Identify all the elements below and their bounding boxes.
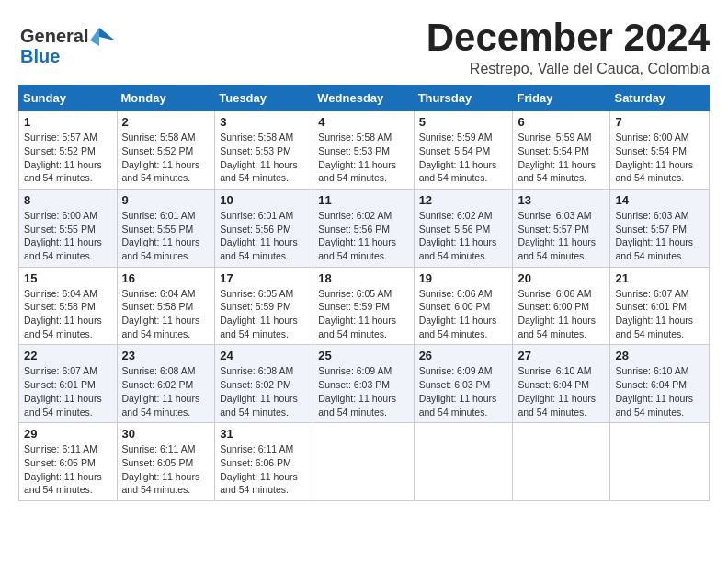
day-info-16: Sunrise: 6:04 AM Sunset: 5:58 PM Dayligh… bbox=[122, 287, 210, 341]
week-row-1: 1Sunrise: 5:57 AM Sunset: 5:52 PM Daylig… bbox=[19, 111, 710, 190]
day-number-6: 6 bbox=[518, 115, 605, 129]
day-number-12: 12 bbox=[419, 193, 508, 207]
cell-0-1: 2Sunrise: 5:58 AM Sunset: 5:52 PM Daylig… bbox=[117, 111, 215, 190]
day-number-22: 22 bbox=[24, 349, 112, 362]
day-number-28: 28 bbox=[615, 349, 704, 362]
day-number-8: 8 bbox=[24, 193, 112, 207]
page: General Blue December 2024 Restrepo, Val… bbox=[0, 0, 728, 511]
day-info-25: Sunrise: 6:09 AM Sunset: 6:03 PM Dayligh… bbox=[318, 364, 408, 419]
col-saturday: Saturday bbox=[610, 86, 710, 111]
cell-4-2: 31Sunrise: 6:11 AM Sunset: 6:06 PM Dayli… bbox=[215, 423, 313, 501]
day-number-21: 21 bbox=[615, 271, 704, 285]
month-title: December 2024 bbox=[427, 17, 710, 59]
header: General Blue December 2024 Restrepo, Val… bbox=[18, 17, 710, 77]
day-info-29: Sunrise: 6:11 AM Sunset: 6:05 PM Dayligh… bbox=[24, 442, 112, 497]
col-tuesday: Tuesday bbox=[215, 86, 313, 111]
day-info-3: Sunrise: 5:58 AM Sunset: 5:53 PM Dayligh… bbox=[220, 131, 308, 185]
cell-0-4: 5Sunrise: 5:59 AM Sunset: 5:54 PM Daylig… bbox=[414, 111, 513, 190]
cell-2-0: 15Sunrise: 6:04 AM Sunset: 5:58 PM Dayli… bbox=[19, 267, 118, 345]
calendar-header: Sunday Monday Tuesday Wednesday Thursday… bbox=[19, 86, 710, 111]
cell-1-2: 10Sunrise: 6:01 AM Sunset: 5:56 PM Dayli… bbox=[215, 189, 313, 267]
day-info-7: Sunrise: 6:00 AM Sunset: 5:54 PM Dayligh… bbox=[615, 131, 704, 185]
cell-0-2: 3Sunrise: 5:58 AM Sunset: 5:53 PM Daylig… bbox=[215, 111, 313, 190]
week-row-4: 22Sunrise: 6:07 AM Sunset: 6:01 PM Dayli… bbox=[19, 345, 710, 423]
cell-2-3: 18Sunrise: 6:05 AM Sunset: 5:59 PM Dayli… bbox=[313, 267, 414, 345]
day-info-1: Sunrise: 5:57 AM Sunset: 5:52 PM Dayligh… bbox=[24, 131, 112, 185]
day-info-24: Sunrise: 6:08 AM Sunset: 6:02 PM Dayligh… bbox=[220, 364, 308, 419]
day-info-8: Sunrise: 6:00 AM Sunset: 5:55 PM Dayligh… bbox=[24, 209, 112, 263]
day-number-4: 4 bbox=[318, 115, 408, 129]
day-info-10: Sunrise: 6:01 AM Sunset: 5:56 PM Dayligh… bbox=[220, 209, 308, 263]
day-info-26: Sunrise: 6:09 AM Sunset: 6:03 PM Dayligh… bbox=[419, 364, 508, 419]
cell-0-6: 7Sunrise: 6:00 AM Sunset: 5:54 PM Daylig… bbox=[610, 111, 710, 190]
cell-3-1: 23Sunrise: 6:08 AM Sunset: 6:02 PM Dayli… bbox=[117, 345, 215, 423]
cell-1-4: 12Sunrise: 6:02 AM Sunset: 5:56 PM Dayli… bbox=[414, 189, 513, 267]
day-info-21: Sunrise: 6:07 AM Sunset: 6:01 PM Dayligh… bbox=[615, 287, 704, 341]
header-row: Sunday Monday Tuesday Wednesday Thursday… bbox=[19, 86, 710, 111]
day-number-7: 7 bbox=[615, 115, 704, 129]
day-number-27: 27 bbox=[518, 349, 605, 362]
day-number-10: 10 bbox=[220, 193, 308, 207]
cell-1-5: 13Sunrise: 6:03 AM Sunset: 5:57 PM Dayli… bbox=[513, 189, 610, 267]
cell-0-5: 6Sunrise: 5:59 AM Sunset: 5:54 PM Daylig… bbox=[513, 111, 610, 190]
col-friday: Friday bbox=[513, 86, 610, 111]
day-number-2: 2 bbox=[122, 115, 210, 129]
cell-0-0: 1Sunrise: 5:57 AM Sunset: 5:52 PM Daylig… bbox=[19, 111, 118, 190]
cell-1-0: 8Sunrise: 6:00 AM Sunset: 5:55 PM Daylig… bbox=[19, 189, 118, 267]
cell-2-1: 16Sunrise: 6:04 AM Sunset: 5:58 PM Dayli… bbox=[117, 267, 215, 345]
day-info-18: Sunrise: 6:05 AM Sunset: 5:59 PM Dayligh… bbox=[318, 287, 408, 341]
day-info-30: Sunrise: 6:11 AM Sunset: 6:05 PM Dayligh… bbox=[122, 442, 210, 497]
day-info-19: Sunrise: 6:06 AM Sunset: 6:00 PM Dayligh… bbox=[419, 287, 508, 341]
col-monday: Monday bbox=[117, 86, 215, 111]
day-info-6: Sunrise: 5:59 AM Sunset: 5:54 PM Dayligh… bbox=[518, 131, 605, 185]
day-number-25: 25 bbox=[318, 349, 408, 362]
day-number-5: 5 bbox=[419, 115, 508, 129]
day-info-17: Sunrise: 6:05 AM Sunset: 5:59 PM Dayligh… bbox=[220, 287, 308, 341]
calendar-body: 1Sunrise: 5:57 AM Sunset: 5:52 PM Daylig… bbox=[19, 111, 710, 501]
day-info-23: Sunrise: 6:08 AM Sunset: 6:02 PM Dayligh… bbox=[122, 364, 210, 419]
day-number-29: 29 bbox=[24, 427, 112, 441]
cell-2-5: 20Sunrise: 6:06 AM Sunset: 6:00 PM Dayli… bbox=[513, 267, 610, 345]
col-sunday: Sunday bbox=[19, 86, 118, 111]
cell-0-3: 4Sunrise: 5:58 AM Sunset: 5:53 PM Daylig… bbox=[313, 111, 414, 190]
cell-2-4: 19Sunrise: 6:06 AM Sunset: 6:00 PM Dayli… bbox=[414, 267, 513, 345]
logo: General Blue bbox=[18, 20, 115, 72]
cell-1-1: 9Sunrise: 6:01 AM Sunset: 5:55 PM Daylig… bbox=[117, 189, 215, 267]
cell-2-6: 21Sunrise: 6:07 AM Sunset: 6:01 PM Dayli… bbox=[610, 267, 710, 345]
cell-4-0: 29Sunrise: 6:11 AM Sunset: 6:05 PM Dayli… bbox=[19, 423, 118, 501]
day-number-31: 31 bbox=[220, 427, 308, 441]
cell-1-6: 14Sunrise: 6:03 AM Sunset: 5:57 PM Dayli… bbox=[610, 189, 710, 267]
day-info-31: Sunrise: 6:11 AM Sunset: 6:06 PM Dayligh… bbox=[220, 442, 308, 497]
svg-text:Blue: Blue bbox=[20, 46, 60, 66]
day-number-30: 30 bbox=[122, 427, 210, 441]
svg-marker-3 bbox=[90, 28, 99, 46]
day-info-12: Sunrise: 6:02 AM Sunset: 5:56 PM Dayligh… bbox=[419, 209, 508, 263]
day-number-20: 20 bbox=[518, 271, 605, 285]
cell-3-5: 27Sunrise: 6:10 AM Sunset: 6:04 PM Dayli… bbox=[513, 345, 610, 423]
location: Restrepo, Valle del Cauca, Colombia bbox=[427, 61, 710, 77]
day-number-23: 23 bbox=[122, 349, 210, 362]
cell-2-2: 17Sunrise: 6:05 AM Sunset: 5:59 PM Dayli… bbox=[215, 267, 313, 345]
cell-3-3: 25Sunrise: 6:09 AM Sunset: 6:03 PM Dayli… bbox=[313, 345, 414, 423]
svg-text:General: General bbox=[20, 26, 88, 46]
day-info-4: Sunrise: 5:58 AM Sunset: 5:53 PM Dayligh… bbox=[318, 131, 408, 185]
cell-4-6 bbox=[610, 423, 710, 501]
logo-text-block: General Blue bbox=[18, 20, 115, 72]
col-thursday: Thursday bbox=[414, 86, 513, 111]
day-info-20: Sunrise: 6:06 AM Sunset: 6:00 PM Dayligh… bbox=[518, 287, 605, 341]
week-row-3: 15Sunrise: 6:04 AM Sunset: 5:58 PM Dayli… bbox=[19, 267, 710, 345]
day-number-13: 13 bbox=[518, 193, 605, 207]
logo-svg: General Blue bbox=[18, 20, 115, 68]
day-info-9: Sunrise: 6:01 AM Sunset: 5:55 PM Dayligh… bbox=[122, 209, 210, 263]
cell-3-0: 22Sunrise: 6:07 AM Sunset: 6:01 PM Dayli… bbox=[19, 345, 118, 423]
day-info-14: Sunrise: 6:03 AM Sunset: 5:57 PM Dayligh… bbox=[615, 209, 704, 263]
day-info-15: Sunrise: 6:04 AM Sunset: 5:58 PM Dayligh… bbox=[24, 287, 112, 341]
day-number-1: 1 bbox=[24, 115, 112, 129]
calendar-table: Sunday Monday Tuesday Wednesday Thursday… bbox=[18, 85, 710, 501]
cell-3-2: 24Sunrise: 6:08 AM Sunset: 6:02 PM Dayli… bbox=[215, 345, 313, 423]
day-number-19: 19 bbox=[419, 271, 508, 285]
day-info-28: Sunrise: 6:10 AM Sunset: 6:04 PM Dayligh… bbox=[615, 364, 704, 419]
cell-3-6: 28Sunrise: 6:10 AM Sunset: 6:04 PM Dayli… bbox=[610, 345, 710, 423]
day-number-15: 15 bbox=[24, 271, 112, 285]
cell-4-5 bbox=[513, 423, 610, 501]
